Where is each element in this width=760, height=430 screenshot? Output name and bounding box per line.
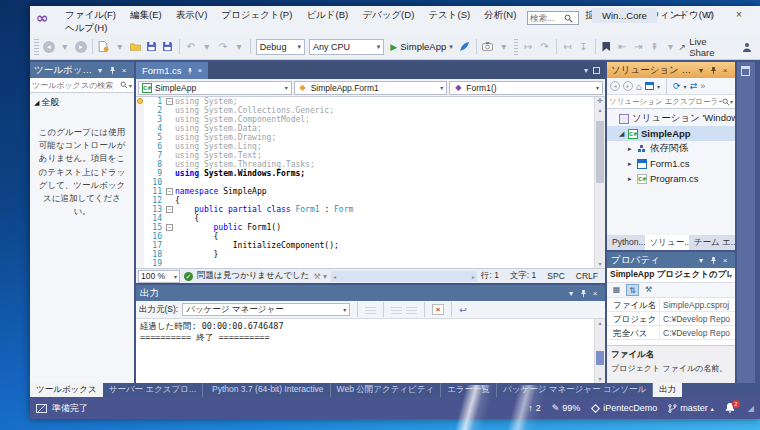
solution-explorer-pin-icon[interactable] (707, 65, 719, 74)
code-line[interactable]: 5using System.Drawing; (136, 133, 594, 142)
document-tab-form1[interactable]: Form1.cs × (136, 62, 208, 79)
collapsed-arrow-icon[interactable]: ▸ (628, 175, 637, 183)
save-all-icon[interactable] (161, 39, 175, 54)
notifications-tab-icon[interactable] (741, 66, 750, 76)
collapsed-arrow-icon[interactable]: ▸ (628, 145, 637, 153)
scroll-right-icon[interactable]: ▸ (472, 273, 475, 280)
properties-pin-icon[interactable] (707, 255, 719, 264)
word-wrap-icon[interactable]: ↩ (459, 305, 467, 315)
dock-tab[interactable]: 出力 (653, 383, 682, 397)
forward-icon[interactable]: ▸ (623, 81, 633, 91)
outlining-margin[interactable] (166, 250, 175, 259)
solution-explorer-menu-icon[interactable]: ▾ (695, 66, 707, 75)
solution-explorer-title-bar[interactable]: ソリューション エクスプローラー ▾ × (607, 62, 735, 78)
toolbox-section-general[interactable]: ◢ 全般 (30, 93, 134, 112)
tree-item[interactable]: ソリューション 'WindowsFormDo (607, 111, 735, 126)
project-dropdown[interactable]: SimpleApp ▾ (138, 81, 292, 95)
scrollbar-thumb[interactable] (596, 351, 604, 365)
breakpoint-margin[interactable] (136, 169, 144, 178)
back-icon[interactable]: ◂ (610, 81, 620, 91)
code-line[interactable]: 17 InitializeComponent(); (136, 241, 594, 250)
collapsed-arrow-icon[interactable]: ▸ (628, 160, 637, 168)
property-value[interactable]: C:¥Develop Repo (659, 312, 735, 325)
output-source-dropdown[interactable]: パッケージ マネージャー▾ (182, 303, 350, 316)
clear-bookmarks-icon[interactable]: ⇞ (648, 39, 662, 54)
outlining-margin[interactable] (166, 232, 175, 241)
toolbox-menu-icon[interactable]: ▾ (94, 66, 106, 75)
breakpoint-margin[interactable] (136, 250, 144, 259)
screenshot-icon[interactable] (481, 39, 495, 54)
splitter-handle-icon[interactable]: ✛ (595, 97, 605, 106)
step-into-icon[interactable]: ↦ (521, 39, 535, 54)
navigate-forward-icon[interactable]: ▸ (74, 39, 88, 54)
search-options-icon[interactable]: ▾ (730, 98, 733, 105)
scroll-down-icon[interactable]: ▾ (595, 375, 605, 382)
breakpoint-margin[interactable] (136, 106, 144, 115)
menu-item[interactable]: 分析(N) (477, 8, 523, 23)
next-message-icon[interactable] (406, 305, 417, 314)
save-icon[interactable] (145, 39, 159, 54)
code-editor[interactable]: 1−using System;2using System.Collections… (136, 97, 605, 268)
toolbox-title-bar[interactable]: ツールボックス ▾ × (30, 62, 134, 78)
publish-icon[interactable] (458, 39, 472, 54)
pending-changes-filter-icon[interactable]: ⟳ (673, 81, 681, 91)
panel-tab[interactable]: ソリュー... (645, 235, 689, 250)
property-row[interactable]: ファイル名SimpleApp.csproj (607, 298, 735, 312)
quick-search-box[interactable] (527, 11, 579, 25)
alphabetical-sort-icon[interactable]: ⇅ (626, 284, 639, 296)
type-dropdown[interactable]: SimpleApp.Form1 ▾ (294, 81, 448, 95)
outlining-margin[interactable] (166, 124, 175, 133)
editor-vertical-scrollbar[interactable]: ✛ ▴ ▾ (594, 97, 605, 268)
menu-item[interactable]: ビルド(B) (299, 8, 355, 23)
undo-dropdown-icon[interactable]: ▾ (200, 39, 214, 54)
menu-item[interactable]: ヘルプ(H) (58, 21, 114, 36)
navigate-back-icon[interactable]: ◂ (42, 39, 56, 54)
menu-item[interactable]: デバッグ(D) (355, 8, 421, 23)
pending-changes-button[interactable]: ✎ 99% (552, 403, 581, 413)
toolbox-search-box[interactable]: ▾ (30, 78, 134, 93)
goto-message-icon[interactable] (365, 305, 376, 314)
redo-icon[interactable]: ↷ (216, 39, 230, 54)
line-ending-indicator[interactable]: CRLF (576, 271, 605, 281)
breakpoint-margin[interactable] (136, 187, 144, 196)
start-debugging-button[interactable]: ▶ SimpleApp ▾ (390, 41, 452, 52)
menu-item[interactable]: プロジェクト(P) (214, 8, 299, 23)
new-item-dropdown-icon[interactable]: ▾ (113, 39, 127, 54)
close-button[interactable]: × (724, 6, 754, 23)
code-line[interactable]: 7using System.Text; (136, 151, 594, 160)
code-line[interactable]: 11−namespace SimpleApp (136, 187, 594, 196)
scroll-up-icon[interactable]: ▴ (595, 106, 605, 113)
solution-explorer-close-icon[interactable]: × (719, 66, 731, 75)
toolbar-overflow-icon[interactable]: ▾ (664, 39, 678, 54)
dock-tab[interactable]: パッケージ マネージャー コンソール (497, 383, 653, 397)
auto-hide-tab[interactable] (737, 62, 755, 383)
breakpoint-margin[interactable] (136, 124, 144, 133)
breakpoint-margin[interactable] (136, 196, 144, 205)
code-line[interactable]: 2using System.Collections.Generic; (136, 106, 594, 115)
health-check-icon[interactable]: ✓ (184, 272, 193, 281)
breakpoint-margin[interactable] (136, 178, 144, 187)
dock-tab[interactable]: サーバー エクスプロ... (103, 383, 203, 397)
code-line[interactable]: 12{ (136, 196, 594, 205)
breakpoint-margin[interactable] (136, 160, 144, 169)
expanded-arrow-icon[interactable]: ◢ (619, 130, 628, 138)
toolbox-close-icon[interactable]: × (118, 66, 130, 75)
property-value[interactable]: SimpleApp.csproj (659, 298, 735, 311)
outlining-margin[interactable] (166, 106, 175, 115)
lightbulb-icon[interactable] (137, 98, 143, 104)
indentation-mode-indicator[interactable]: SPC (547, 271, 571, 281)
repository-button[interactable]: iPentecDemo (591, 403, 657, 413)
scrollbar-thumb[interactable] (596, 121, 604, 183)
solution-search-input[interactable] (609, 97, 722, 106)
solution-platform-dropdown[interactable]: Any CPU▾ (309, 39, 384, 55)
breakpoint-margin[interactable] (136, 205, 144, 214)
toolbox-search-input[interactable] (32, 81, 120, 90)
dock-tab[interactable]: Web 公開アクティビティ (331, 383, 442, 397)
scroll-up-icon[interactable]: ▴ (595, 319, 605, 326)
code-line[interactable]: 6using System.Linq; (136, 142, 594, 151)
output-content[interactable]: 経過した時間: 00:00:00.6746487========== 終了 ==… (136, 319, 605, 383)
tree-item[interactable]: ▸Form1.cs (607, 156, 735, 171)
outlining-margin[interactable]: − (166, 97, 175, 106)
dock-tab[interactable]: Python 3.7 (64-bit) Interactive (206, 383, 331, 397)
notifications-button[interactable]: 2 (725, 403, 735, 413)
